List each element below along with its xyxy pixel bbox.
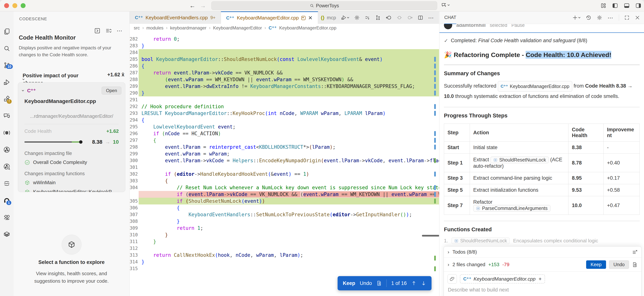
keep-all-button[interactable]: Keep [586,260,606,269]
undo-all-button[interactable]: Undo [609,260,629,269]
code-line[interactable]: 295 LowlevelKeyboardEvent event; [130,124,439,130]
code-line[interactable]: 296 if (nCode == HC_ACTION) [130,130,439,137]
close-panel-icon[interactable] [635,15,640,20]
code-line[interactable]: if (event.lParam->vkCode == VK_NUMLOCK &… [130,191,439,198]
breadcrumb-item[interactable]: KeyboardManagerEditor [213,25,262,31]
nav-dot-icon[interactable] [396,15,402,20]
run-debug-file-button[interactable]: › [341,15,349,20]
code-line[interactable]: 291 [130,96,439,103]
code-line[interactable]: 298 event.lParam = reinterpret_cast<KBDL… [130,144,439,150]
tab-keyboardeventhandlers[interactable]: C⁺⁺ KeyboardEventHandlers.cpp 9+ [130,11,221,24]
navigate-forward-button[interactable]: → [198,2,208,9]
run-debug-icon[interactable] [3,79,10,86]
maximize-panel-icon[interactable] [624,15,630,20]
function-chip[interactable]: ShouldResetNumLock [490,157,549,163]
tab-keyboardmanagereditor[interactable]: C⁺⁺ KeyboardManagerEditor.cpp ✕ [221,11,318,24]
function-chip[interactable]: ParseCommandLineArguments [473,205,550,212]
tab-chat[interactable]: CHAT [444,11,456,24]
compare-changes-icon[interactable] [375,15,381,20]
code-line[interactable]: 302 if (editor->HandleKeyboardHookEvent(… [130,171,439,177]
zoom-window-button[interactable] [21,3,26,8]
fn-impact-item[interactable]: KeyboardManagerEditor::KeyHookP [24,189,125,192]
code-line[interactable]: 301 [130,164,439,171]
minimize-window-button[interactable] [12,3,17,8]
add-context-icon[interactable]: + [538,276,542,282]
goggles-robot-icon[interactable] [3,214,10,221]
code-line[interactable]: 290} [130,90,439,96]
chat-more-icon[interactable]: ⋯ [608,14,614,21]
code-line[interactable]: 293LRESULT KeyboardManagerEditor::KeyHoo… [130,110,439,117]
blob-extension-icon[interactable] [3,129,10,136]
breadcrumb-item[interactable]: KeyboardManagerEditor.cpp [279,25,336,31]
code-editor[interactable]: 282 return 0;283}284285bool KeyboardMana… [130,32,439,296]
breadcrumb-item[interactable]: modules [146,25,164,31]
open-file-button[interactable]: Open [102,87,121,95]
code-line[interactable]: 297 { [130,137,439,144]
toggle-panel-icon[interactable] [624,3,630,9]
todos-row[interactable]: › Todos (8/8) [444,247,641,258]
fn-impact-item[interactable]: wWinMain [24,180,125,185]
keep-edit-button[interactable]: Keep [343,281,355,286]
code-line[interactable]: 287 return event.lParam->vkCode == VK_NU… [130,69,439,76]
breadcrumb-item[interactable]: src [134,25,140,31]
code-line[interactable]: 306 { [130,204,439,211]
chat-scroll-area[interactable]: ✓ Completed: Final Code Health validatio… [440,33,644,296]
chat-input[interactable]: Describe what to build next [444,284,641,295]
code-line[interactable]: 288 (event.wParam == WM_KEYDOWN || event… [130,76,439,83]
code-line[interactable]: 283} [130,42,439,49]
toggle-primary-sidebar-icon[interactable] [612,3,618,9]
function-chip[interactable]: ShouldResetNumLock [452,238,510,244]
code-line[interactable]: 284 [130,49,439,56]
scrollbar-thumb[interactable] [422,235,439,237]
file-chip[interactable]: C⁺⁺KeyboardManagerEditor.cpp [498,81,572,92]
code-line[interactable]: 312 [130,245,439,252]
explorer-icon[interactable] [3,28,10,35]
codescene-explore-icon[interactable] [3,163,10,170]
command-center-search[interactable]: PowerToys [211,1,437,10]
code-line[interactable]: 286{ [130,63,439,69]
clear-list-icon[interactable] [632,249,638,255]
editor-more-icon[interactable]: ⋯ [428,14,434,21]
search-sidebar-icon[interactable] [3,45,10,52]
chevron-down-icon[interactable]: › [20,90,26,92]
split-editor-icon[interactable] [418,15,423,20]
undo-edit-button[interactable]: Undo [360,281,372,286]
modified-indicator-icon[interactable] [301,16,306,20]
code-line[interactable]: 300 event.lParam->vkCode = Helpers::Enco… [130,157,439,164]
close-window-button[interactable] [4,3,9,8]
customize-layout-icon[interactable] [600,3,606,9]
code-line[interactable]: 311 } [130,238,439,245]
code-line[interactable]: 310 } [130,231,439,238]
history-icon[interactable] [586,15,592,20]
code-line[interactable]: 294{ [130,117,439,124]
toggle-secondary-sidebar-icon[interactable] [635,3,641,9]
chat-extension-icon[interactable] [3,112,10,120]
attach-button[interactable] [448,274,457,284]
code-line[interactable]: 292// Hook procedure definition [130,103,439,110]
navigate-back-button[interactable]: ← [187,2,198,9]
code-line[interactable]: 303 { [130,177,439,184]
code-line[interactable]: 313 return CallNextHookEx(hook, nCode, w… [130,252,439,259]
files-changed-row[interactable]: › 2 files changed +153 -79 Keep Undo [444,258,641,272]
code-line[interactable]: 305 if (ShouldResetNumLock(event)) [130,198,439,204]
gear-icon[interactable] [597,15,602,20]
diff-file-icon[interactable] [632,262,638,268]
next-edit-icon[interactable] [421,281,426,286]
gear-icon[interactable] [354,15,360,20]
code-line[interactable]: 314} [130,259,439,265]
squiggle-extension-icon[interactable] [3,180,10,187]
container-extension-icon[interactable] [3,231,10,238]
attached-file-chip[interactable]: C⁺⁺ KeyboardManagerEditor.cpp + [460,275,545,284]
code-line[interactable]: 282 return 0; [130,36,439,42]
code-line[interactable]: 309 return 1; [130,225,439,231]
code-line[interactable]: 315 [130,265,439,272]
code-line[interactable]: 289 event.lParam->dwExtraInfo != Keyboar… [130,83,439,90]
code-line[interactable]: 307 KeyboardEventHandlers::SetNumLockToP… [130,211,439,218]
code-line[interactable]: 304 // Reset Num Lock whenever a NumLock… [130,184,439,191]
codescene-monitor-icon[interactable] [3,146,10,153]
close-tab-icon[interactable]: ✕ [308,15,312,21]
code-line[interactable]: 285bool KeyboardManagerEditor::ShouldRes… [130,56,439,63]
navigate-forward-circle-icon[interactable] [407,15,413,20]
navigate-back-circle-icon[interactable] [386,15,392,21]
sidebar-more-icon[interactable]: ⋯ [117,27,123,34]
